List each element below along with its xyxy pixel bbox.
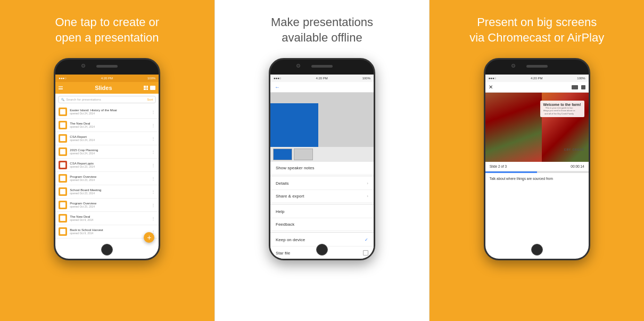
list-item[interactable]: Back to School Harvest opened Oct 9, 201… — [55, 225, 159, 238]
slide-icon-yellow — [59, 214, 67, 223]
menu-item-share[interactable]: Share & export › — [270, 190, 374, 203]
phone-screen-middle: ●●●○ 4:20 PM 100% ← Easte History of the… — [270, 75, 374, 259]
list-item[interactable]: School Board Meeting opened Oct 23, 2014… — [55, 185, 159, 199]
phone-middle: ●●●○ 4:20 PM 100% ← Easte History of the… — [269, 58, 375, 260]
slide-date: opened Oct 25, 2014 — [70, 205, 148, 208]
slide-icon-yellow — [59, 187, 67, 196]
list-item[interactable]: The New Deal opened Oct 24, 2014 ⋮ — [55, 119, 159, 132]
slide-info: The New Deal opened Oct 24, 2014 — [70, 122, 148, 128]
slide-date: opened Oct 24, 2014 — [70, 138, 148, 142]
slide-icon-yellow — [59, 134, 67, 143]
phone-screen-left: ●●●○ 4:20 PM 100% Slides — [55, 75, 159, 259]
slide-date: opened Oct 24, 2014 — [70, 125, 148, 128]
slide-info: CSA Report.pptx opened Oct 23, 2014 — [70, 162, 148, 168]
search-icon: 🔍 — [61, 98, 64, 101]
phone-speaker — [311, 65, 333, 68]
menu-label: Share & export — [276, 194, 304, 199]
statusbar-left-battery: 100% — [147, 77, 155, 80]
slide-info: Easter Island: History of the Moai opene… — [70, 109, 148, 115]
dots-icon[interactable]: ⋮ — [151, 216, 155, 221]
hamburger-line-2 — [59, 88, 63, 88]
slide-icon-yellow — [59, 201, 67, 209]
slide-info: 2015 Crop Planning opened Oct 24, 2014 — [70, 149, 148, 155]
statusbar-time: 4:20 PM — [316, 77, 327, 80]
phone-camera — [296, 64, 300, 68]
phone-left: ●●●○ 4:20 PM 100% Slides — [54, 58, 160, 260]
panel-middle: Make presentations available offline ●●●… — [214, 0, 430, 321]
slide-image: Welcome to the farm! This is your mini g… — [485, 93, 589, 162]
toolbar-icons — [144, 86, 155, 90]
phone-camera — [511, 64, 515, 68]
panel-right: Present on big screens via Chromecast or… — [430, 0, 644, 321]
list-item[interactable]: Easter Island: History of the Moai opene… — [55, 105, 159, 119]
menu-item-show-notes[interactable]: Show speaker notes — [270, 162, 374, 175]
slide-info-bar: Slide 2 of 3 00:00:14 — [485, 162, 589, 171]
slide-icon-ppt — [59, 161, 67, 169]
menu-label: Feedback — [276, 222, 294, 227]
hamburger-icon — [59, 86, 63, 89]
slide-icon-yellow — [59, 174, 67, 183]
dots-icon[interactable]: ⋮ — [151, 176, 155, 181]
slide-date: opened Oct 24, 2014 — [70, 112, 148, 115]
slide-info: Program Overview opened Oct 25, 2014 — [70, 202, 148, 208]
back-arrow-icon[interactable]: ← — [275, 84, 280, 90]
panel-right-title: Present on big screens via Chromecast or… — [469, 15, 604, 45]
slide-number: Slide 2 of 3 — [490, 164, 507, 168]
slide-info: Program Overview opened Oct 23, 2014 — [70, 175, 148, 182]
dots-icon[interactable]: ⋮ — [151, 123, 155, 128]
phone-home-button — [316, 244, 328, 256]
hamburger-line-1 — [59, 86, 63, 87]
dots-icon[interactable]: ⋮ — [151, 150, 155, 154]
statusbar-left: ●●●○ 4:20 PM 100% — [55, 75, 159, 82]
close-icon[interactable]: ✕ — [489, 84, 493, 90]
statusbar-battery: 100% — [362, 77, 370, 80]
present-toolbar: ✕ — [485, 82, 589, 93]
slide-icon-yellow — [59, 227, 67, 236]
welcome-title: Welcome to the farm! — [543, 103, 581, 106]
brand-label: CRY CREEE — [564, 148, 584, 151]
slide-date: opened Oct 9, 2014 — [70, 232, 148, 235]
dots-icon[interactable]: ⋮ — [151, 136, 155, 141]
list-item[interactable]: The New Deal opened Oct 9, 2014 ⋮ — [55, 212, 159, 225]
menu-item-feedback[interactable]: Feedback — [270, 218, 374, 231]
grid-cell-4 — [146, 88, 148, 90]
menu-label: Keep on device — [276, 237, 305, 242]
panel-left: One tap to create or open a presentation… — [0, 0, 214, 321]
slide-info: Back to School Harvest opened Oct 9, 201… — [70, 228, 148, 235]
slide-date: opened Oct 23, 2014 — [70, 192, 148, 195]
list-item[interactable]: CSA Report.pptx opened Oct 23, 2014 ⋮ — [55, 159, 159, 172]
thumbnail-1 — [273, 149, 292, 160]
farm-overlay: Welcome to the farm! This is your mini g… — [540, 101, 584, 117]
slides-searchbar[interactable]: 🔍 Search for presentations Sort — [58, 96, 156, 103]
menu-item-details[interactable]: Details › — [270, 177, 374, 190]
slide-date: opened Oct 9, 2014 — [70, 218, 148, 221]
chevron-icon: › — [367, 181, 368, 186]
view-icon — [150, 86, 155, 90]
menu-header: ← — [270, 82, 374, 93]
chevron-icon: › — [367, 194, 368, 199]
list-item[interactable]: 2015 Crop Planning opened Oct 24, 2014 ⋮ — [55, 145, 159, 159]
statusbar-time: 4:20 PM — [531, 77, 542, 80]
dots-icon[interactable]: ⋮ — [151, 203, 155, 208]
slide-date: opened Oct 24, 2014 — [70, 152, 148, 155]
grid-cell-1 — [144, 86, 146, 88]
fab-create-button[interactable]: + — [144, 232, 154, 243]
dots-icon[interactable]: ⋮ — [151, 190, 155, 194]
grid-cell-3 — [144, 88, 146, 90]
list-item[interactable]: CSA Report opened Oct 24, 2014 ⋮ — [55, 132, 159, 145]
dots-icon[interactable]: ⋮ — [151, 163, 155, 168]
list-item[interactable]: Program Overview opened Oct 25, 2014 ⋮ — [55, 199, 159, 212]
statusbar-left-signal: ●●●○ — [59, 77, 67, 80]
divider — [270, 232, 374, 233]
slide-icon-yellow — [59, 108, 67, 116]
divider — [270, 176, 374, 176]
menu-item-help[interactable]: Help — [270, 205, 374, 218]
slides-title: Slides — [95, 85, 112, 91]
list-item[interactable]: Program Overview opened Oct 23, 2014 ⋮ — [55, 172, 159, 185]
welcome-subtitle: This is your mini guide to two things yo… — [543, 106, 575, 115]
phone-right: ●●●○ 4:20 PM 100% ✕ Welcome to the — [484, 58, 590, 260]
phone-camera — [81, 64, 85, 68]
speaker-notes: Talk about where things are sourced from — [485, 173, 589, 184]
dots-icon[interactable]: ⋮ — [151, 110, 155, 114]
checkbox-icon — [363, 250, 368, 256]
